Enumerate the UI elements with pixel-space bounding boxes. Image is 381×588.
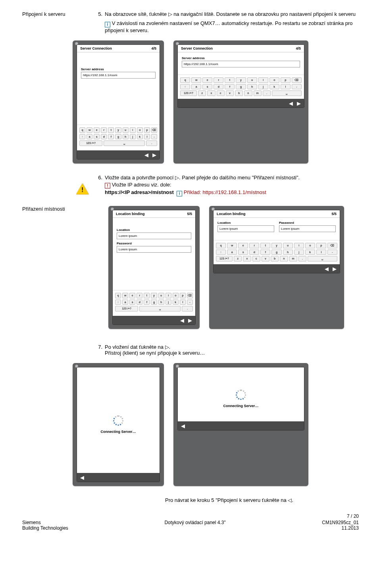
nav-left-icon[interactable]: ◀ [80,475,84,480]
key--[interactable]: - [327,250,337,255]
key-d[interactable]: d [101,134,107,139]
key-s[interactable]: s [129,300,135,305]
key-y[interactable]: y [236,77,246,83]
password-input[interactable]: Lorem ipsum [117,246,191,253]
key-u[interactable]: u [247,77,257,83]
key-o[interactable]: o [173,293,179,298]
nav-right-icon[interactable]: ▶ [333,266,337,272]
key-s[interactable]: s [202,84,212,89]
key-.[interactable]: . [263,90,271,96]
nav-right-icon[interactable]: ▶ [297,100,301,106]
key-q[interactable]: q [216,243,226,248]
key-␣[interactable]: ␣ [272,90,302,96]
key-↑[interactable]: ↑ [216,250,226,255]
key-b[interactable]: b [235,90,243,96]
key-space[interactable]: ␣ [139,306,181,311]
key-q[interactable]: q [115,293,121,298]
key-e[interactable]: e [94,127,100,133]
key-j[interactable]: j [130,134,136,139]
key-l[interactable]: l [144,134,150,139]
key-o[interactable]: o [137,127,143,133]
key-g[interactable]: g [115,134,121,139]
key-↑[interactable]: ↑ [79,134,85,139]
key-u[interactable]: u [158,293,164,298]
key-y[interactable]: y [151,293,157,298]
key-r[interactable]: r [214,77,223,83]
key-x[interactable]: x [243,256,251,261]
key-h[interactable]: h [283,250,293,255]
key-p[interactable]: p [281,77,291,83]
key-n[interactable]: n [280,256,288,261]
key-s[interactable]: s [94,134,100,139]
key-k[interactable]: k [173,300,179,305]
key-y[interactable]: y [271,243,281,248]
key-k[interactable]: k [269,84,279,89]
nav-left-icon[interactable]: ◀ [289,100,293,106]
key-m[interactable]: m [289,256,297,261]
key-i[interactable]: i [130,127,136,133]
key-h[interactable]: h [247,84,257,89]
key-i[interactable]: i [165,293,171,298]
nav-left-icon[interactable]: ◀ [325,266,329,272]
key-z[interactable]: z [234,256,242,261]
key-i[interactable]: i [258,77,268,83]
key-r[interactable]: r [101,127,107,133]
key-␣[interactable]: ␣ [308,256,337,261]
nav-left-icon[interactable]: ◀ [181,423,185,429]
key-h[interactable]: h [158,300,164,305]
key-f[interactable]: f [225,84,235,89]
key-h[interactable]: h [123,134,129,139]
key-l[interactable]: l [316,250,326,255]
key-w[interactable]: w [191,77,201,83]
key-r[interactable]: r [249,243,259,248]
key-⌫[interactable]: ⌫ [327,243,337,248]
key-u[interactable]: u [123,127,129,133]
key-j[interactable]: j [294,250,304,255]
key-dot[interactable]: . [146,140,157,146]
key-p[interactable]: p [316,243,326,248]
key-y[interactable]: y [115,127,121,133]
key-⌫[interactable]: ⌫ [151,127,157,133]
password-input[interactable]: Lorem ipsum [279,225,336,232]
key-l[interactable]: l [180,300,186,305]
key--[interactable]: - [187,300,193,305]
key-j[interactable]: j [165,300,171,305]
key-i[interactable]: i [294,243,304,248]
nav-right-icon[interactable]: ▶ [152,152,156,158]
key-t[interactable]: t [144,293,150,298]
key-n[interactable]: n [244,90,252,96]
key-s[interactable]: s [238,250,248,255]
key-o[interactable]: o [269,77,279,83]
key-a[interactable]: a [87,134,92,139]
key-.[interactable]: . [298,256,306,261]
on-screen-keyboard[interactable]: qwertyuiop⌫ ↑asdfghjkl- 123 /+?zxcvbnm.␣ [214,240,340,264]
key-space[interactable]: ␣ [104,140,145,146]
nav-left-icon[interactable]: ◀ [144,152,148,158]
key-o[interactable]: o [305,243,315,248]
server-address-input[interactable]: https://192.168.1.1/room [81,72,156,79]
key-p[interactable]: p [144,127,150,133]
key-w[interactable]: w [122,293,128,298]
key-z[interactable]: z [198,90,206,96]
key-b[interactable]: b [271,256,279,261]
key-w[interactable]: w [227,243,237,248]
key-t[interactable]: t [225,77,235,83]
key-d[interactable]: d [214,84,223,89]
key-l[interactable]: l [281,84,291,89]
nav-right-icon[interactable]: ▶ [188,317,192,323]
key--[interactable]: - [151,134,157,139]
key-123 /+?[interactable]: 123 /+? [216,256,233,261]
location-input[interactable]: Lorem ipsum [217,225,274,232]
key-mode[interactable]: 123 /+? [115,306,138,311]
key-e[interactable]: e [129,293,135,298]
key-t[interactable]: t [260,243,270,248]
nav-left-icon[interactable]: ◀ [180,317,184,323]
key-⌫[interactable]: ⌫ [292,77,302,83]
key-⌫[interactable]: ⌫ [187,293,193,298]
key-c[interactable]: c [217,90,225,96]
key-a[interactable]: a [122,300,128,305]
key-p[interactable]: p [180,293,186,298]
key-123 /+?[interactable]: 123 /+? [180,90,197,96]
on-screen-keyboard[interactable]: qwertyuiop⌫ ↑asdfghjkl- 123 /+? ␣ . [113,290,195,314]
key-g[interactable]: g [271,250,281,255]
